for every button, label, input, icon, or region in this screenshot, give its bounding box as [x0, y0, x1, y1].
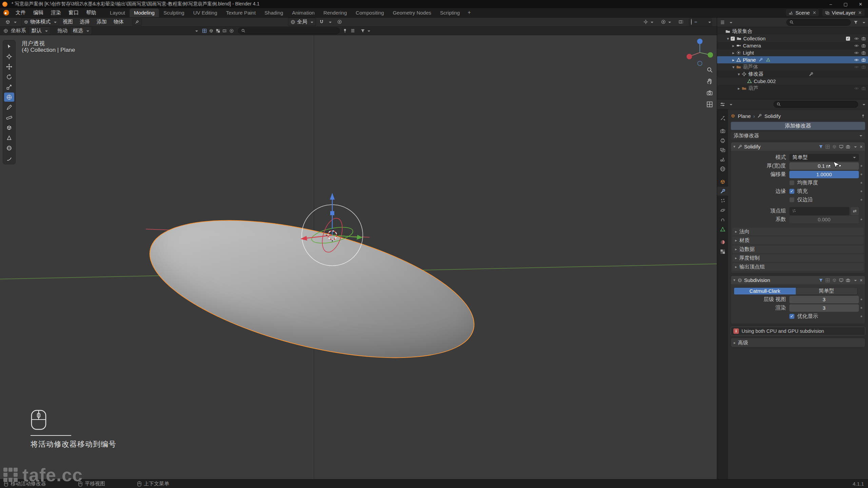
even-thickness-checkbox[interactable] — [789, 180, 794, 185]
expand-icon[interactable]: ▸ — [731, 50, 736, 55]
tab-object[interactable] — [717, 177, 728, 186]
show-in-editmode-icon[interactable] — [832, 144, 837, 149]
add-workspace-button[interactable]: + — [464, 8, 474, 17]
select-box-tool[interactable] — [4, 42, 14, 51]
solidify-mode-dropdown[interactable]: 简单型 — [789, 154, 859, 161]
levels-render-field[interactable]: 3 — [789, 304, 859, 312]
outliner-display-mode-dropdown[interactable] — [728, 19, 732, 25]
minimize-button[interactable]: – — [823, 0, 838, 8]
add-modifier-button[interactable]: 添加修改器 — [731, 122, 865, 130]
menu-view[interactable]: 视图 — [59, 18, 76, 26]
disable-render-icon[interactable] — [861, 86, 866, 91]
collapse-icon[interactable]: ▾ — [733, 278, 735, 282]
section-edge-data[interactable]: ▸边数据 — [732, 245, 864, 253]
solidify-panel-header[interactable]: ▾ Solidify × — [731, 142, 865, 151]
properties-editor-icon[interactable] — [720, 102, 725, 107]
section-normals[interactable]: ▸法向 — [732, 228, 864, 236]
list-toggle-icon[interactable] — [350, 28, 355, 33]
workspace-tab-texturepaint[interactable]: Texture Paint — [222, 8, 260, 17]
collection-checkbox[interactable] — [731, 37, 735, 41]
expand-icon[interactable]: ▸ — [731, 58, 736, 62]
tab-material[interactable] — [717, 238, 728, 246]
tab-physics[interactable] — [717, 206, 728, 215]
section-materials[interactable]: ▸材质 — [732, 237, 864, 244]
only-rim-checkbox[interactable] — [789, 197, 794, 202]
workspace-tab-sculpting[interactable]: Sculpting — [159, 8, 189, 17]
thickness-field[interactable]: 0.1 m — [789, 162, 859, 170]
modifier-extras-dropdown[interactable] — [852, 277, 857, 283]
editor-type-button[interactable] — [3, 18, 19, 25]
cursor-tool[interactable] — [4, 52, 14, 61]
modifier-extras-dropdown[interactable] — [852, 144, 857, 149]
vertex-group-filter-icon[interactable] — [818, 278, 823, 283]
disable-render-icon[interactable] — [861, 50, 866, 55]
hide-eye-icon[interactable] — [854, 36, 859, 41]
workspace-tab-modeling[interactable]: Modeling — [130, 8, 159, 17]
show-gizmo-dropdown[interactable] — [641, 18, 656, 25]
add-cone-tool[interactable] — [4, 133, 14, 142]
orientation-default-dropdown[interactable]: 默认 — [29, 26, 51, 35]
menu-object[interactable]: 物体 — [110, 18, 127, 26]
add-sphere-tool[interactable] — [4, 143, 14, 152]
show-overlays-dropdown[interactable] — [658, 18, 673, 25]
optimal-display-checkbox[interactable] — [789, 314, 794, 319]
outliner-row-hulu-body[interactable]: ▾ 葫芦体 — [717, 63, 868, 70]
expand-icon[interactable]: ▾ — [736, 72, 742, 77]
outliner-row-scene-collection[interactable]: 场景集合 — [717, 28, 868, 35]
x-axis-ball[interactable] — [687, 54, 692, 59]
disable-render-icon[interactable] — [861, 65, 866, 69]
proportional-editing-toggle[interactable] — [335, 19, 344, 25]
3d-viewport[interactable]: 用户透视 (4) Collection | Plane 将活动修改器移动到编号 — [0, 35, 717, 479]
shading-wireframe-button[interactable] — [690, 18, 693, 26]
show-on-cage-icon[interactable] — [825, 278, 830, 283]
transform-orientation-dropdown[interactable]: 全局 — [288, 18, 316, 26]
mode-intersect-icon[interactable] — [229, 28, 234, 33]
show-in-editmode-icon[interactable] — [832, 278, 837, 283]
breadcrumb-modifier[interactable]: Solidify — [764, 113, 781, 119]
header-search-input[interactable] — [238, 27, 340, 34]
show-on-cage-icon[interactable] — [825, 144, 830, 149]
transform-tool[interactable] — [4, 93, 14, 102]
mode-dropdown[interactable]: 物体模式 — [21, 18, 59, 26]
outliner-row-hulu[interactable]: ▸ 葫芦 — [717, 85, 868, 92]
show-in-render-icon[interactable] — [846, 278, 850, 283]
xray-toggle[interactable] — [676, 19, 686, 25]
section-thickness-clamp[interactable]: ▸厚度钳制 — [732, 254, 864, 262]
properties-filter-dropdown[interactable] — [861, 101, 865, 107]
pin-icon[interactable] — [861, 114, 865, 118]
mode-set-icon[interactable] — [202, 28, 207, 33]
tab-viewlayer[interactable] — [717, 145, 728, 154]
rim-fill-checkbox[interactable] — [789, 189, 794, 194]
exclude-checkbox[interactable] — [846, 37, 850, 41]
disable-render-icon[interactable] — [861, 36, 866, 41]
outliner-search-input[interactable] — [786, 19, 851, 26]
annotate-tool[interactable] — [4, 103, 14, 112]
expand-icon[interactable]: ▾ — [731, 65, 736, 69]
add-modifier-menu-row[interactable]: 添加修改器 — [731, 132, 865, 140]
shading-options-dropdown[interactable] — [707, 19, 711, 25]
tab-world[interactable] — [717, 164, 728, 173]
show-in-render-icon[interactable] — [846, 144, 850, 149]
mode-extend-icon[interactable] — [209, 28, 214, 33]
remove-modifier-icon[interactable]: × — [860, 278, 863, 283]
workspace-tab-scripting[interactable]: Scripting — [436, 8, 464, 17]
modifier-name[interactable]: Subdivision — [744, 277, 770, 283]
workspace-tab-rendering[interactable]: Rendering — [319, 8, 351, 17]
tab-object-data[interactable] — [717, 225, 728, 233]
tab-tool[interactable] — [717, 114, 728, 122]
hide-eye-icon[interactable] — [854, 86, 859, 91]
unlink-scene-icon[interactable]: ✕ — [812, 10, 816, 15]
expand-icon[interactable]: ▸ — [736, 86, 742, 91]
filter-collapse-toggle[interactable] — [194, 28, 198, 34]
catmull-clark-button[interactable]: Catmull-Clark — [734, 288, 796, 294]
tab-constraints[interactable] — [717, 215, 728, 224]
expand-icon[interactable]: ▾ — [725, 36, 731, 41]
subdivision-panel-header[interactable]: ▾ Subdivision × — [731, 276, 865, 284]
menu-add[interactable]: 添加 — [93, 18, 110, 26]
snap-options-dropdown[interactable] — [327, 18, 334, 25]
pan-hand-icon[interactable] — [706, 78, 713, 85]
drag-mode-dropdown[interactable]: 框选 — [70, 26, 92, 35]
menu-edit[interactable]: 编辑 — [29, 8, 47, 17]
filter-dropdown[interactable] — [358, 27, 373, 34]
zoom-icon[interactable] — [706, 66, 713, 73]
